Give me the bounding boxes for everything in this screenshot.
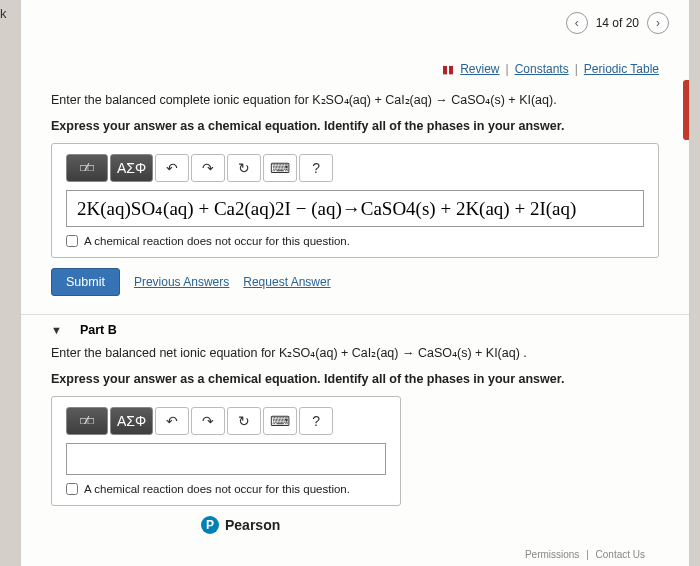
undo-button[interactable]: ↶ bbox=[155, 154, 189, 182]
contact-link[interactable]: Contact Us bbox=[592, 549, 649, 560]
fraction-tool[interactable]: □⁄□ bbox=[66, 154, 108, 182]
no-reaction-a[interactable]: A chemical reaction does not occur for t… bbox=[66, 235, 644, 247]
part-a-prompt: Enter the balanced complete ionic equati… bbox=[51, 92, 659, 110]
pearson-label: Pearson bbox=[225, 517, 280, 533]
fraction-tool-b[interactable]: □⁄□ bbox=[66, 407, 108, 435]
formula-input[interactable]: 2K(aq)SO₄(aq) + Ca2(aq)2I − (aq)→CaSO4(s… bbox=[66, 190, 644, 227]
permissions-link[interactable]: Permissions bbox=[521, 549, 583, 560]
collapse-caret-icon[interactable]: ▼ bbox=[51, 324, 62, 336]
previous-answers-link[interactable]: Previous Answers bbox=[134, 275, 229, 289]
formula-toolbar-b: □⁄□ ΑΣΦ ↶ ↷ ↻ ⌨ ? bbox=[66, 407, 386, 435]
pearson-brand: P Pearson bbox=[51, 516, 659, 534]
footer-links: Permissions | Contact Us bbox=[521, 549, 649, 560]
page: ‹ 14 of 20 › ▮▮ Review | Constants | Per… bbox=[20, 0, 690, 566]
review-bar: ▮▮ Review | Constants | Periodic Table bbox=[21, 42, 689, 92]
keyboard-button[interactable]: ⌨ bbox=[263, 154, 297, 182]
flag-icon[interactable]: ▮▮ bbox=[442, 63, 454, 76]
greek-tool-b[interactable]: ΑΣΦ bbox=[110, 407, 153, 435]
help-button-b[interactable]: ? bbox=[299, 407, 333, 435]
submit-row: Submit Previous Answers Request Answer bbox=[51, 268, 659, 296]
reset-button-b[interactable]: ↻ bbox=[227, 407, 261, 435]
constants-link[interactable]: Constants bbox=[515, 62, 569, 76]
no-reaction-label-b: A chemical reaction does not occur for t… bbox=[84, 483, 350, 495]
pearson-logo-icon: P bbox=[201, 516, 219, 534]
part-b-prompt: Enter the balanced net ionic equation fo… bbox=[51, 345, 659, 363]
undo-button-b[interactable]: ↶ bbox=[155, 407, 189, 435]
part-b-instruction: Express your answer as a chemical equati… bbox=[51, 371, 659, 389]
help-button[interactable]: ? bbox=[299, 154, 333, 182]
request-answer-link[interactable]: Request Answer bbox=[243, 275, 330, 289]
review-link[interactable]: Review bbox=[460, 62, 499, 76]
part-b-title: Part B bbox=[80, 323, 117, 337]
part-a-instruction: Express your answer as a chemical equati… bbox=[51, 118, 659, 136]
part-b: Enter the balanced net ionic equation fo… bbox=[21, 345, 689, 534]
submit-button[interactable]: Submit bbox=[51, 268, 120, 296]
part-a: Enter the balanced complete ionic equati… bbox=[21, 92, 689, 296]
prev-button[interactable]: ‹ bbox=[566, 12, 588, 34]
no-reaction-label-a: A chemical reaction does not occur for t… bbox=[84, 235, 350, 247]
pagination-bar: ‹ 14 of 20 › bbox=[21, 8, 689, 42]
formula-toolbar: □⁄□ ΑΣΦ ↶ ↷ ↻ ⌨ ? bbox=[66, 154, 644, 182]
next-button[interactable]: › bbox=[647, 12, 669, 34]
no-reaction-checkbox-a[interactable] bbox=[66, 235, 78, 247]
part-b-header[interactable]: ▼ Part B bbox=[21, 314, 689, 345]
keyboard-button-b[interactable]: ⌨ bbox=[263, 407, 297, 435]
greek-tool[interactable]: ΑΣΦ bbox=[110, 154, 153, 182]
page-counter: 14 of 20 bbox=[596, 16, 639, 30]
separator: | bbox=[504, 62, 511, 76]
answer-box-a: □⁄□ ΑΣΦ ↶ ↷ ↻ ⌨ ? 2K(aq)SO₄(aq) + Ca2(aq… bbox=[51, 143, 659, 258]
separator: | bbox=[573, 62, 580, 76]
formula-input-b[interactable] bbox=[66, 443, 386, 475]
reset-button[interactable]: ↻ bbox=[227, 154, 261, 182]
periodic-table-link[interactable]: Periodic Table bbox=[584, 62, 659, 76]
redo-button[interactable]: ↷ bbox=[191, 154, 225, 182]
answer-box-b: □⁄□ ΑΣΦ ↶ ↷ ↻ ⌨ ? A chemical reaction do… bbox=[51, 396, 401, 506]
no-reaction-b[interactable]: A chemical reaction does not occur for t… bbox=[66, 483, 386, 495]
redo-button-b[interactable]: ↷ bbox=[191, 407, 225, 435]
edge-letter: k bbox=[0, 6, 7, 21]
no-reaction-checkbox-b[interactable] bbox=[66, 483, 78, 495]
side-tab[interactable] bbox=[683, 80, 689, 140]
